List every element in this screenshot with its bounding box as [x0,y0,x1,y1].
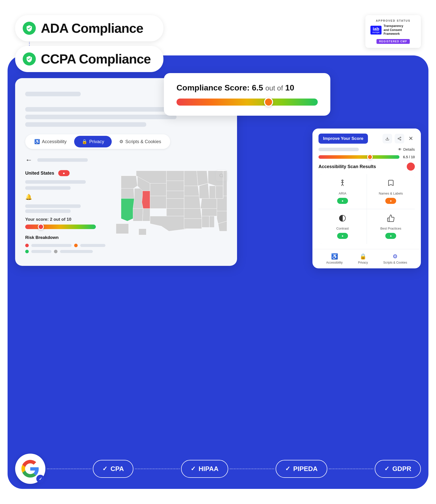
tab-scripts-cookies[interactable]: ⚙ Scripts & Cookies [112,136,169,147]
pipeda-label: PIPEDA [293,465,318,473]
nav-scripts-cookies[interactable]: ⚙ Scripts & Cookies [383,253,407,264]
svg-line-50 [399,138,400,138]
iab-badge: APPROVED STATUS iabeurope Transparency a… [365,15,421,48]
ada-label: ADA Compliance [41,21,143,36]
risk-bar-3 [31,250,51,253]
svg-marker-10 [121,199,134,221]
improve-grid-names-labels: Names & Labels ● [367,174,415,209]
iab-approved-status: APPROVED STATUS [370,19,416,22]
aria-icon [338,179,346,189]
country-skeleton-2 [25,186,71,190]
compliance-score-thumb [264,98,273,107]
svg-marker-19 [166,171,184,181]
nav-accessibility[interactable]: ♿ Accessibility [326,253,342,264]
iab-logo: iabeurope [370,26,382,35]
improve-your-score-button[interactable]: Improve Your Score [318,134,368,144]
tab-accessibility[interactable]: ♿ Accessibility [27,136,74,147]
us-map [113,170,227,241]
svg-marker-21 [166,191,185,199]
country-risk-badge: ● [58,170,69,176]
svg-marker-17 [133,209,143,221]
svg-marker-11 [133,188,143,209]
back-row-skeleton [37,158,88,162]
google-logo: ✓ [15,454,45,484]
iab-europe: europe [372,31,380,34]
names-labels-status: ● [385,198,396,204]
improve-close-button[interactable]: ✕ [407,135,415,143]
improve-details-button[interactable]: 👁 Details [398,147,415,151]
ada-compliance-badge: ADA Compliance [15,15,163,41]
compliance-score-card: Compliance Score: 6.5 out of 10 [164,73,330,116]
ccpa-compliance-badge: CCPA Compliance [15,46,163,72]
contrast-label: Contrast [336,227,349,230]
improve-share-icon[interactable] [395,134,404,143]
pill-hipaa: ✓ HIPAA [181,460,228,478]
svg-marker-20 [166,181,184,191]
bell-row: 🔔 [25,194,106,200]
ada-shield-icon [23,22,36,35]
us-map-panel [113,170,227,256]
improve-accessibility-grid: ARIA ● Names & Labels ● Contrast [318,174,415,244]
svg-marker-28 [184,209,202,219]
risk-bar-2 [80,244,105,247]
scripts-tab-label: Scripts & Cookies [125,139,161,144]
risk-breakdown-title: Risk Breakdown [25,235,106,240]
improve-accessibility-section-title: Accessibility Scan Results [312,163,421,174]
svg-marker-39 [223,171,227,196]
improve-download-icon[interactable] [383,134,392,143]
dashboard-skeleton-bar-1 [25,92,81,96]
improve-grid-aria: ARIA ● [318,174,367,209]
svg-marker-25 [184,171,198,186]
svg-line-55 [342,184,343,186]
risk-dot-red [25,244,29,247]
country-row: United States ● [25,170,106,176]
risk-dot-orange [74,244,78,247]
iab-logo-row: iabeurope Transparency and Consent Frame… [370,24,416,36]
aria-label: ARIA [339,192,346,195]
improve-subrow: 👁 Details [312,144,421,151]
skeleton-line-2 [25,115,177,119]
gdpr-label: GDPR [392,465,411,473]
risk-row-2 [25,250,106,253]
nav-scripts-label: Scripts & Cookies [383,261,407,264]
country-label: United States [25,171,54,176]
improve-score-value: 6.5 / 10 [403,155,415,159]
back-arrow-icon[interactable]: ← [25,156,32,164]
nav-accessibility-icon: ♿ [331,253,338,260]
svg-marker-44 [139,229,146,235]
risk-bar-1 [31,244,72,247]
hipaa-label: HIPAA [199,465,219,473]
improve-score-thumb [367,154,373,160]
pill-pipeda: ✓ PIPEDA [276,460,327,478]
svg-marker-29 [184,219,202,229]
bell-icon: 🔔 [25,194,32,200]
dashboard-content-row: United States ● 🔔 Your score: 2 out of 1… [25,170,227,256]
svg-marker-9 [121,188,134,199]
scripts-tab-icon: ⚙ [119,139,123,144]
svg-point-51 [342,180,343,181]
improve-bottom-nav: ♿ Accessibility 🔒 Privacy ⚙ Scripts & Co… [312,249,421,268]
risk-dot-gray [54,250,57,253]
compliance-score-title: Compliance Score: 6.5 out of 10 [177,83,318,92]
svg-marker-16 [142,191,150,209]
compliance-badges-container: ADA Compliance CCPA Compliance [15,15,163,72]
connector-1 [47,468,91,469]
aria-status: ● [337,198,348,204]
best-practices-label: Best Practices [380,227,401,230]
improve-skeleton-bar [318,148,359,151]
svg-marker-30 [197,171,208,186]
svg-marker-18 [142,209,150,221]
improve-grid-best-practices: Best Practices ● [367,209,415,244]
ccpa-label: CCPA Compliance [41,51,151,67]
bottom-compliance-row: ✓ ✓ CPA ✓ HIPAA ✓ PIPEDA ✓ GDPR [15,454,421,484]
best-practices-icon [387,214,395,224]
improve-score-bar [318,155,399,159]
accessibility-tab-label: Accessibility [42,139,67,144]
svg-point-48 [400,139,401,140]
dashboard-left-panel: United States ● 🔔 Your score: 2 out of 1… [25,170,106,256]
svg-marker-43 [116,224,129,234]
ccpa-shield-icon [23,52,36,66]
gdpr-check-icon: ✓ [384,465,389,472]
tab-privacy[interactable]: 🔒 Privacy [74,136,112,147]
nav-privacy[interactable]: 🔒 Privacy [358,253,368,264]
